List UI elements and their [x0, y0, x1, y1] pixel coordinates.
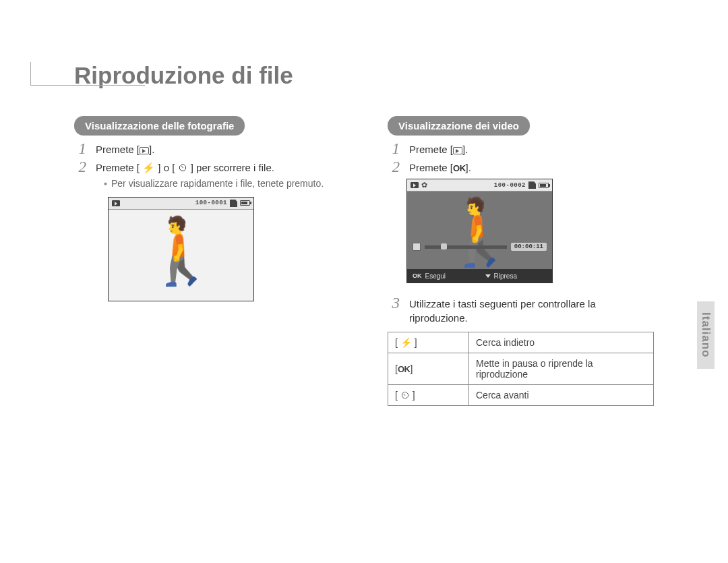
playback-mode-icon — [112, 200, 120, 206]
v-step1-prefix: Premete [ — [409, 144, 453, 155]
key-ok: [OK] — [388, 353, 469, 385]
v-step2-suffix: ]. — [466, 162, 471, 173]
softkey-resume: Ripresa — [480, 269, 553, 283]
video-preview: ✿ 100-0002 🚶 00:00:11 — [406, 179, 553, 283]
bullet-dot: ▪ — [104, 177, 107, 190]
step1-suffix: ]. — [149, 144, 154, 155]
photos-step-2: 2 Premete [ ⚡ ] o [ ⏲ ] per scorrere i f… — [74, 159, 340, 175]
step1-prefix: Premete [ — [96, 144, 140, 155]
video-progress-row: 00:00:11 — [407, 238, 552, 256]
stop-icon — [413, 243, 421, 251]
step-number: 2 — [74, 159, 86, 175]
desc-ok: Mette in pausa o riprende la riproduzion… — [469, 353, 654, 385]
videos-step-3: 3 Utilizzate i tasti seguenti per contro… — [388, 295, 654, 325]
battery-icon — [539, 183, 549, 188]
video-softkey-bar: OK Esegui Ripresa — [407, 269, 552, 283]
battery-icon — [240, 200, 250, 206]
controls-table: [ ⚡ ] Cerca indietro [OK] Mette in pausa… — [388, 332, 654, 406]
key-flash: [ ⚡ ] — [388, 332, 469, 353]
photo-preview: 100-0001 🚶 — [108, 197, 254, 301]
section-heading-photos: Visualizzazione delle fotografie — [74, 116, 245, 136]
timecode: 00:00:11 — [511, 243, 547, 251]
step2-text: Premete [ ⚡ ] o [ ⏲ ] per scorrere i fil… — [96, 159, 274, 175]
photo-silhouette: 🚶 — [141, 218, 222, 283]
step-number: 1 — [388, 141, 400, 156]
video-frame-area: 🚶 00:00:11 — [407, 191, 552, 269]
memory-card-icon — [230, 200, 237, 207]
video-reel-icon: ✿ — [421, 181, 427, 189]
desc-flash: Cerca indietro — [469, 332, 654, 353]
videos-step-1: 1 Premete []. — [388, 141, 654, 156]
language-tab: Italiano — [697, 301, 715, 369]
step-number: 1 — [74, 141, 86, 156]
video-statusbar: ✿ 100-0002 — [407, 179, 552, 191]
step-number: 3 — [388, 295, 400, 311]
left-column: Visualizzazione delle fotografie 1 Preme… — [74, 116, 340, 406]
photo-statusbar: 100-0001 — [109, 198, 253, 210]
manual-page: Riproduzione di file Visualizzazione del… — [0, 62, 728, 563]
playback-icon — [453, 147, 462, 154]
table-row: [ ⚡ ] Cerca indietro — [388, 332, 654, 353]
ok-icon: OK — [413, 272, 422, 279]
softkey-left-label: Esegui — [425, 272, 446, 280]
content-columns: Visualizzazione delle fotografie 1 Preme… — [74, 116, 674, 406]
playback-mode-icon — [411, 182, 419, 188]
table-row: [ ⏲ ] Cerca avanti — [388, 385, 654, 406]
file-number: 100-0001 — [195, 200, 227, 206]
table-row: [OK] Mette in pausa o riprende la riprod… — [388, 353, 654, 385]
bullet-text: Per visualizzare rapidamente i file, ten… — [111, 177, 324, 190]
playback-icon — [140, 147, 149, 154]
softkey-execute: OK Esegui — [407, 269, 480, 283]
file-number: 100-0002 — [494, 182, 526, 189]
key-timer: [ ⏲ ] — [388, 385, 469, 406]
progress-knob — [441, 243, 447, 249]
desc-timer: Cerca avanti — [469, 385, 654, 406]
chevron-down-icon — [485, 274, 491, 278]
progress-bar — [425, 245, 507, 249]
memory-card-icon — [528, 181, 536, 189]
photos-bullet: ▪ Per visualizzare rapidamente i file, t… — [104, 177, 340, 190]
section-heading-videos: Visualizzazione dei video — [388, 116, 530, 136]
page-title: Riproduzione di file — [74, 62, 674, 89]
photos-step-1: 1 Premete []. — [74, 141, 340, 156]
v-step1-suffix: ]. — [462, 144, 468, 155]
videos-step-2: 2 Premete [OK]. — [388, 159, 654, 175]
softkey-right-label: Ripresa — [494, 272, 517, 280]
ok-icon: OK — [453, 163, 466, 173]
v-step2-prefix: Premete [ — [409, 162, 453, 173]
right-column: Visualizzazione dei video 1 Premete []. … — [388, 116, 654, 406]
step3-text: Utilizzate i tasti seguenti per controll… — [409, 295, 654, 325]
step-number: 2 — [388, 159, 400, 175]
